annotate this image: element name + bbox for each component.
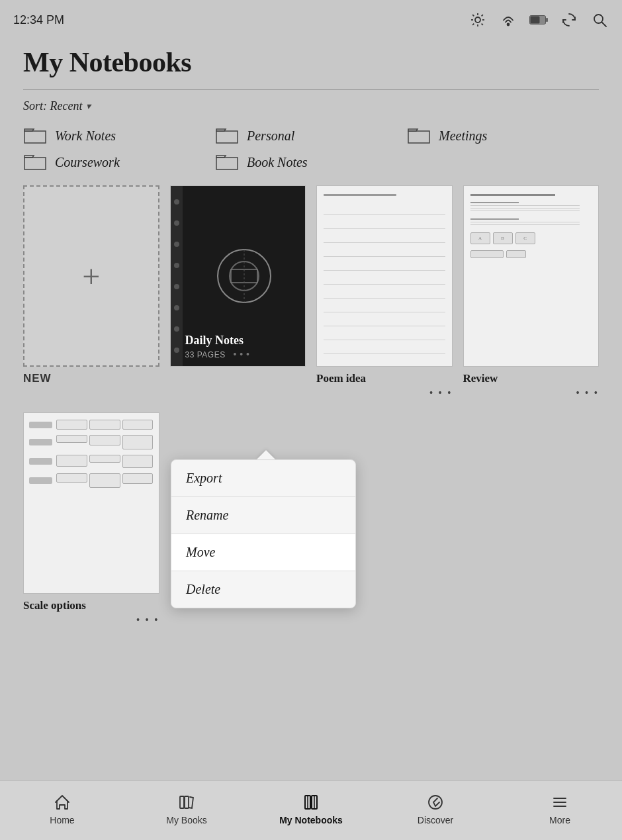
status-time: 12:34 PM [13, 13, 64, 27]
folder-meetings-label: Meetings [439, 128, 487, 144]
svg-rect-11 [546, 18, 548, 22]
new-notebook-thumbnail[interactable]: + [23, 185, 159, 367]
bottom-nav: Home My Books My Notebooks [0, 780, 622, 840]
wifi-icon [499, 11, 517, 29]
context-menu-arrow [257, 450, 275, 459]
folder-icon [215, 126, 239, 146]
daily-notes-label: Daily Notes 33 PAGES • • • [185, 334, 306, 359]
new-notebook-label: NEW [23, 372, 159, 385]
status-bar: 12:34 PM [0, 0, 622, 40]
review-more-button[interactable]: • • • [576, 387, 599, 399]
review-thumbnail[interactable]: A B C [463, 185, 600, 367]
folder-work-notes-label: Work Notes [55, 128, 116, 144]
svg-rect-19 [180, 796, 184, 808]
nav-my-notebooks-label: My Notebooks [279, 815, 343, 825]
review-meta: • • • [463, 387, 600, 399]
context-menu: Export Rename Move Delete [171, 459, 356, 608]
context-menu-overlay: Export Rename Move Delete [171, 450, 356, 608]
svg-point-0 [475, 17, 480, 23]
nav-more-label: More [549, 815, 570, 825]
search-status-icon[interactable] [590, 11, 609, 29]
poem-idea-title: Poem idea [316, 372, 453, 385]
folder-coursework[interactable]: Coursework [23, 152, 215, 172]
svg-rect-20 [185, 796, 189, 808]
brightness-icon [468, 11, 487, 29]
nav-item-my-notebooks[interactable]: My Notebooks [249, 781, 373, 840]
svg-line-7 [472, 24, 474, 25]
notebook-card-scale-options[interactable]: Scale options • • • [23, 412, 159, 626]
svg-line-8 [482, 15, 483, 16]
battery-icon [529, 11, 548, 29]
notebook-card-poem-idea[interactable]: Poem idea • • • [316, 185, 453, 399]
folder-icon [23, 126, 47, 146]
nav-item-discover[interactable]: Discover [373, 781, 498, 840]
page-header: My Notebooks [0, 40, 622, 81]
notebook-card-daily-notes[interactable]: Daily Notes 33 PAGES • • • [170, 185, 306, 399]
spiral-binding [171, 186, 183, 366]
context-menu-rename[interactable]: Rename [171, 497, 355, 534]
svg-rect-12 [531, 17, 540, 24]
folder-book-notes-label: Book Notes [247, 155, 308, 170]
svg-line-3 [472, 15, 474, 16]
scale-options-meta: • • • [23, 614, 159, 626]
folders-grid: Work Notes Personal Meetings Coursework … [0, 122, 622, 185]
new-plus-icon: + [82, 258, 100, 295]
books-icon [177, 792, 197, 812]
folder-icon [215, 152, 239, 172]
folder-personal-label: Personal [247, 128, 294, 144]
folder-icon [23, 152, 47, 172]
svg-line-14 [602, 23, 607, 27]
folder-book-notes[interactable]: Book Notes [215, 152, 407, 172]
nav-home-label: Home [50, 815, 74, 825]
home-icon [52, 792, 72, 812]
notebook-card-review[interactable]: A B C Review • • • [463, 185, 600, 399]
svg-line-4 [482, 24, 483, 25]
nav-discover-label: Discover [418, 815, 453, 825]
daily-notes-more-dots[interactable]: • • • [233, 349, 249, 359]
folder-meetings[interactable]: Meetings [407, 126, 599, 146]
poem-idea-thumbnail[interactable] [316, 185, 453, 367]
scale-options-more-button[interactable]: • • • [136, 614, 159, 626]
sort-label[interactable]: Sort: Recent ▾ [23, 99, 91, 113]
svg-point-9 [508, 24, 510, 26]
more-icon [550, 792, 570, 812]
notebooks-grid: + NEW [0, 185, 622, 399]
status-icons [468, 11, 609, 29]
sync-icon [560, 11, 578, 29]
sort-bar[interactable]: Sort: Recent ▾ [0, 90, 622, 122]
folder-personal[interactable]: Personal [215, 126, 407, 146]
notebooks-icon [301, 792, 321, 812]
folder-coursework-label: Coursework [55, 155, 120, 170]
notebook-card-new[interactable]: + NEW [23, 185, 159, 399]
scale-options-title: Scale options [23, 599, 159, 612]
context-menu-export[interactable]: Export [171, 460, 355, 497]
discover-icon [425, 792, 445, 812]
folder-icon [407, 126, 431, 146]
folder-work-notes[interactable]: Work Notes [23, 126, 215, 146]
review-title: Review [463, 372, 600, 385]
page-title: My Notebooks [23, 46, 599, 78]
poem-idea-more-button[interactable]: • • • [429, 387, 453, 399]
nav-item-home[interactable]: Home [0, 781, 124, 840]
scale-options-thumbnail[interactable] [23, 412, 159, 594]
sort-chevron-icon: ▾ [86, 101, 91, 112]
nav-my-books-label: My Books [166, 815, 206, 825]
context-menu-delete[interactable]: Delete [171, 571, 355, 608]
nav-item-my-books[interactable]: My Books [124, 781, 249, 840]
daily-notes-thumbnail[interactable]: Daily Notes 33 PAGES • • • [170, 185, 306, 367]
context-menu-move[interactable]: Move [171, 534, 355, 571]
nav-item-more[interactable]: More [498, 781, 622, 840]
poem-idea-meta: • • • [316, 387, 453, 399]
